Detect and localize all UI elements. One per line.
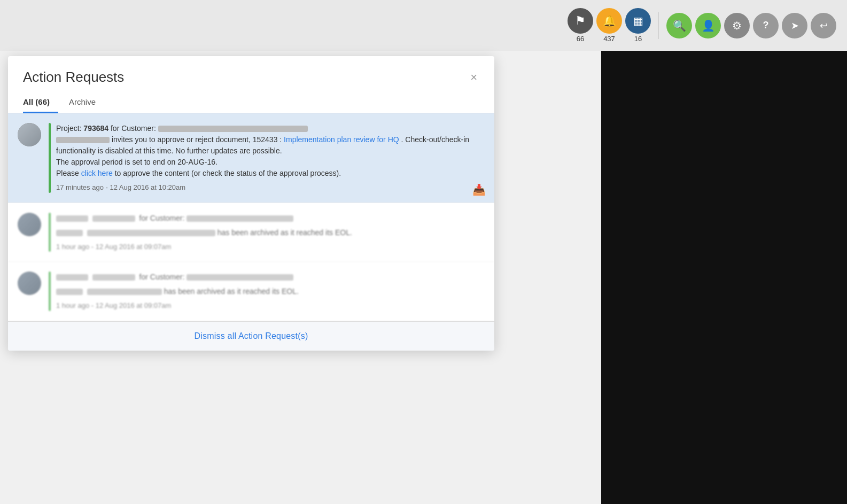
please-text: Please	[56, 169, 81, 177]
grid-count: 16	[634, 35, 642, 43]
status-bar-3	[49, 272, 51, 311]
notif-timestamp-1: 17 minutes ago - 12 Aug 2016 at 10:20am	[56, 182, 481, 193]
notif-content-3: for Customer: has been archived as it re…	[56, 272, 481, 311]
action-requests-modal: Action Requests × All (66) Archive Proje…	[8, 56, 494, 351]
invite-text: invites you to approve or reject documen…	[112, 135, 284, 144]
gear-button[interactable]: ⚙	[724, 13, 750, 38]
send-icon: ➤	[791, 20, 799, 32]
redacted-3a	[56, 274, 88, 281]
avatar-2	[18, 213, 41, 236]
notification-item-2: for Customer: has been archived as it re…	[8, 203, 494, 262]
customer-redacted-1	[158, 126, 308, 132]
right-panel	[601, 0, 847, 504]
back-button[interactable]: ↩	[811, 13, 836, 38]
person-redacted-1	[56, 137, 110, 143]
notif-body-1: invites you to approve or reject documen…	[56, 134, 481, 157]
avatar-1	[18, 123, 41, 146]
approve-text: to approve the content (or check the sta…	[115, 169, 341, 177]
notif-body-3: has been archived as it reached its EOL.	[56, 286, 481, 297]
redacted-3b	[92, 274, 135, 281]
notif-timestamp-3: 1 hour ago - 12 Aug 2016 at 09:07am	[56, 300, 481, 311]
redacted-link-3	[87, 289, 162, 295]
document-link-1[interactable]: Implementation plan review for HQ	[284, 135, 399, 144]
notif-message-1: Project: 793684 for Customer:	[56, 123, 481, 134]
notif-content-2: for Customer: has been archived as it re…	[56, 213, 481, 252]
status-bar-2	[49, 213, 51, 252]
grid-icon-circle[interactable]: ▦	[625, 8, 651, 34]
project-label: Project:	[56, 124, 83, 133]
gear-icon-circle[interactable]: ⚙	[724, 13, 750, 38]
help-icon-circle[interactable]: ?	[753, 13, 779, 38]
project-id-1: 793684	[83, 124, 108, 133]
notifications-list: Project: 793684 for Customer: invites yo…	[8, 113, 494, 321]
notification-item-3: for Customer: has been archived as it re…	[8, 262, 494, 321]
modal-footer: Dismiss all Action Request(s)	[8, 321, 494, 351]
notif-timestamp-2: 1 hour ago - 12 Aug 2016 at 09:07am	[56, 242, 481, 252]
redacted-link-2	[87, 230, 215, 236]
tab-all[interactable]: All (66)	[23, 92, 58, 113]
customer-redacted-2	[187, 215, 293, 222]
grid-button[interactable]: ▦ 16	[625, 8, 651, 43]
archived-text-3: has been archived as it reached its EOL.	[164, 287, 299, 296]
close-button[interactable]: ×	[468, 69, 479, 86]
back-icon-circle[interactable]: ↩	[811, 13, 836, 38]
gear-icon: ⚙	[732, 19, 742, 32]
modal-header: Action Requests ×	[8, 56, 494, 86]
send-button[interactable]: ➤	[782, 13, 807, 38]
person-icon-circle[interactable]: 👤	[695, 13, 721, 38]
flag-button[interactable]: ⚑ 66	[568, 8, 593, 43]
top-bar-icons: ⚑ 66 🔔 437 ▦ 16 🔍 👤	[568, 8, 836, 43]
for-customer-3: for Customer:	[139, 273, 187, 281]
grid-icon: ▦	[633, 14, 643, 27]
for-customer-2: for Customer:	[139, 214, 187, 222]
archive-icon-1[interactable]: 📥	[472, 183, 486, 196]
help-icon: ?	[763, 20, 769, 31]
search-button[interactable]: 🔍	[666, 13, 692, 38]
bell-button[interactable]: 🔔 437	[596, 8, 622, 43]
tab-archive[interactable]: Archive	[69, 92, 104, 113]
redacted-2c	[56, 230, 83, 236]
customer-redacted-3	[187, 274, 293, 281]
person-button[interactable]: 👤	[695, 13, 721, 38]
notif-click-here-line: Please click here to approve the content…	[56, 168, 481, 179]
avatar-3	[18, 272, 41, 295]
modal-title: Action Requests	[23, 69, 124, 86]
search-icon: 🔍	[673, 19, 686, 32]
bell-count: 437	[603, 35, 615, 43]
notif-body-2: has been archived as it reached its EOL.	[56, 227, 481, 238]
redacted-2a	[56, 215, 88, 222]
bell-icon: 🔔	[603, 14, 616, 27]
notif-approval-period: The approval period is set to end on 20-…	[56, 157, 481, 168]
flag-count: 66	[577, 35, 584, 43]
tabs-bar: All (66) Archive	[8, 92, 494, 113]
notif-message-2: for Customer:	[56, 213, 481, 224]
notif-message-3: for Customer:	[56, 272, 481, 283]
link-2[interactable]	[87, 228, 215, 237]
divider	[658, 12, 659, 39]
back-icon: ↩	[820, 20, 828, 32]
person-icon: 👤	[702, 19, 715, 32]
notification-item-1: Project: 793684 for Customer: invites yo…	[8, 113, 494, 203]
link-3[interactable]	[87, 287, 162, 296]
flag-icon-circle[interactable]: ⚑	[568, 8, 593, 34]
top-bar: ⚑ 66 🔔 437 ▦ 16 🔍 👤	[0, 0, 847, 51]
archived-text-2: has been archived as it reached its EOL.	[217, 228, 352, 237]
status-bar-1	[49, 123, 51, 193]
help-button[interactable]: ?	[753, 13, 779, 38]
click-here-link[interactable]: click here	[81, 169, 113, 177]
dismiss-all-button[interactable]: Dismiss all Action Request(s)	[8, 322, 494, 351]
notif-content-1: Project: 793684 for Customer: invites yo…	[56, 123, 481, 193]
send-icon-circle[interactable]: ➤	[782, 13, 807, 38]
redacted-2b	[92, 215, 135, 222]
flag-icon: ⚑	[575, 14, 586, 28]
bell-icon-circle[interactable]: 🔔	[596, 8, 622, 34]
redacted-3c	[56, 289, 83, 295]
for-customer: for Customer:	[108, 124, 158, 133]
search-icon-circle[interactable]: 🔍	[666, 13, 692, 38]
